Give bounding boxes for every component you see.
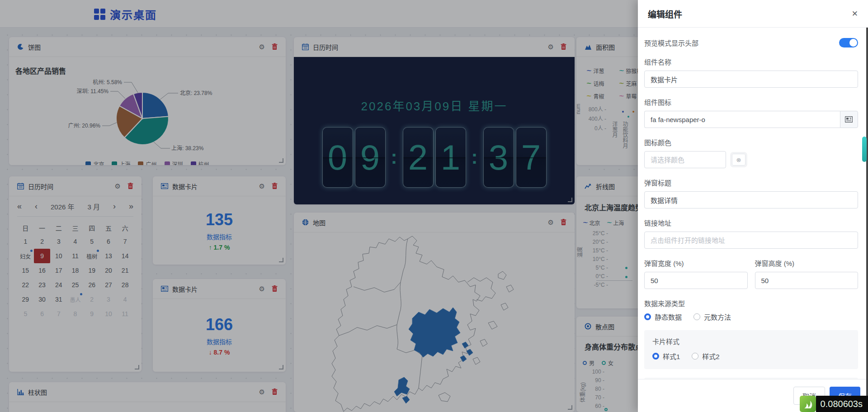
scrollbar-track[interactable] <box>866 28 868 412</box>
radio-option[interactable]: 样式1 <box>652 351 680 361</box>
preview-header-label: 预览模式显示头部 <box>644 38 698 47</box>
card-style-label: 卡片样式 <box>652 336 850 346</box>
newspaper-icon <box>845 116 853 123</box>
popup-height-label: 弹窗高度 (%) <box>755 258 859 268</box>
preview-header-toggle[interactable] <box>839 38 858 47</box>
modal-dim-overlay[interactable] <box>0 0 638 412</box>
screen: 演示桌面 饼图 ⚙ 各地区产品销售 <box>0 0 868 412</box>
edit-component-drawer: 编辑组件 ✕ 预览模式显示头部 组件名称 组件图标 图标颜色 ⊗ 弹 <box>638 0 868 412</box>
data-source-radios[interactable]: 静态数据元数方法 <box>644 312 858 322</box>
link-url-label: 链接地址 <box>644 218 858 227</box>
icon-picker-button[interactable] <box>840 111 858 128</box>
card-style-radios[interactable]: 样式1样式2 <box>652 351 850 361</box>
clear-color-icon[interactable]: ⊗ <box>732 154 745 166</box>
radio-option[interactable]: 静态数据 <box>644 312 682 322</box>
drawer-body: 预览模式显示头部 组件名称 组件图标 图标颜色 ⊗ 弹窗标题 链接地址 <box>638 28 868 379</box>
leaf-icon <box>800 396 816 412</box>
close-icon[interactable]: ✕ <box>852 9 858 19</box>
component-name-input[interactable] <box>644 71 858 88</box>
performance-badge: 0.080603s <box>800 396 868 412</box>
popup-width-label: 弹窗宽度 (%) <box>644 258 748 268</box>
scrollbar-thumb[interactable] <box>862 137 867 162</box>
icon-color-label: 图标颜色 <box>644 137 858 147</box>
card-style-section: 卡片样式 样式1样式2 <box>644 330 858 369</box>
popup-title-input[interactable] <box>644 191 858 208</box>
render-time: 0.080603s <box>816 396 868 412</box>
icon-color-input[interactable] <box>644 151 726 168</box>
drawer-header: 编辑组件 ✕ <box>638 0 868 28</box>
link-url-input[interactable] <box>644 232 858 249</box>
drawer-title: 编辑组件 <box>648 8 682 20</box>
radio-option[interactable]: 元数方法 <box>693 312 731 322</box>
component-icon-label: 组件图标 <box>644 97 858 107</box>
popup-title-label: 弹窗标题 <box>644 178 858 187</box>
component-icon-input[interactable] <box>644 111 840 128</box>
data-source-type-label: 数据来源类型 <box>644 298 858 308</box>
component-name-label: 组件名称 <box>644 57 858 66</box>
popup-height-input[interactable] <box>755 272 859 289</box>
popup-width-input[interactable] <box>644 272 748 289</box>
radio-option[interactable]: 样式2 <box>692 351 719 361</box>
